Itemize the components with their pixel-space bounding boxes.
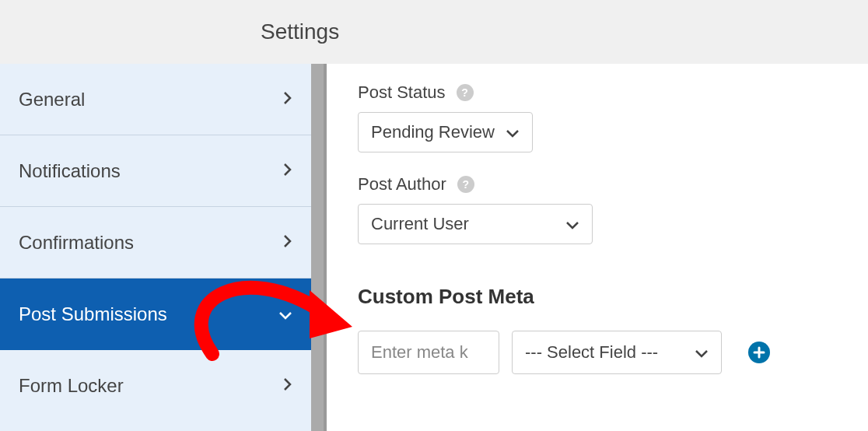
post-status-select[interactable]: Pending Review (358, 112, 533, 152)
page-title: Settings (261, 19, 339, 44)
post-status-label: Post Status ? (358, 82, 837, 103)
sidebar-item-form-locker[interactable]: Form Locker (0, 350, 311, 422)
chevron-down-icon (506, 122, 520, 142)
select-value: --- Select Field --- (525, 342, 658, 363)
header: Settings (0, 0, 868, 64)
help-icon[interactable]: ? (457, 84, 474, 101)
sidebar-item-label: General (19, 89, 85, 110)
main-panel: Post Status ? Pending Review Post Author… (327, 64, 868, 431)
sidebar: General Notifications Confirmations Post… (0, 64, 311, 431)
meta-row: --- Select Field --- (358, 331, 837, 374)
post-author-select[interactable]: Current User (358, 204, 593, 244)
field-label-text: Post Author (358, 174, 446, 194)
sidebar-item-label: Post Submissions (19, 303, 167, 325)
sidebar-item-confirmations[interactable]: Confirmations (0, 207, 311, 279)
custom-post-meta-heading: Custom Post Meta (358, 285, 837, 309)
meta-key-input[interactable] (358, 331, 499, 374)
sidebar-item-general[interactable]: General (0, 64, 311, 135)
sidebar-item-notifications[interactable]: Notifications (0, 135, 311, 207)
sidebar-item-label: Confirmations (19, 232, 134, 254)
container: General Notifications Confirmations Post… (0, 64, 868, 431)
field-label-text: Post Status (358, 82, 446, 103)
add-meta-button[interactable] (748, 342, 770, 363)
chevron-right-icon (283, 161, 292, 181)
meta-field-select[interactable]: --- Select Field --- (512, 331, 722, 374)
divider (311, 64, 327, 431)
help-icon[interactable]: ? (457, 176, 474, 193)
post-author-label: Post Author ? (358, 174, 837, 194)
sidebar-item-label: Form Locker (19, 375, 124, 397)
sidebar-item-post-submissions[interactable]: Post Submissions (0, 279, 311, 350)
chevron-down-icon (565, 214, 579, 234)
select-value: Current User (371, 214, 469, 234)
chevron-down-icon (278, 304, 292, 324)
chevron-down-icon (695, 342, 709, 363)
sidebar-item-label: Notifications (19, 160, 121, 182)
chevron-right-icon (283, 376, 292, 396)
chevron-right-icon (283, 233, 292, 253)
select-value: Pending Review (371, 122, 495, 142)
chevron-right-icon (283, 89, 292, 110)
